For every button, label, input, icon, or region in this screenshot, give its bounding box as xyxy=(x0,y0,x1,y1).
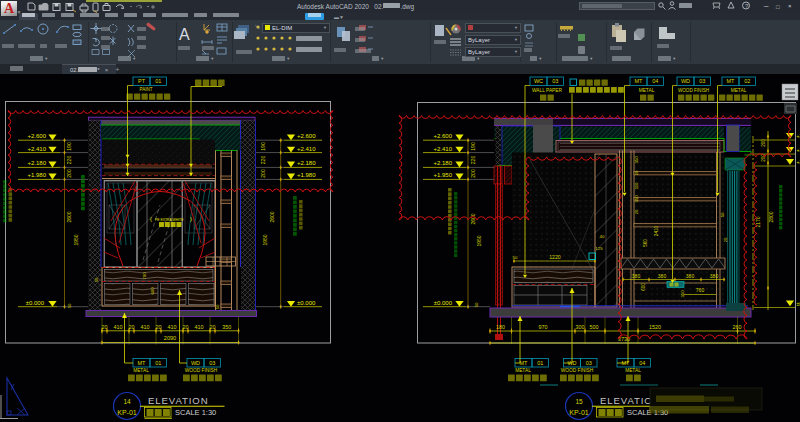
svg-text:+2: +2 xyxy=(797,159,800,165)
svg-text:380: 380 xyxy=(686,273,695,279)
svg-text:20: 20 xyxy=(723,237,728,242)
svg-text:MT: MT xyxy=(520,360,529,366)
svg-text:1950: 1950 xyxy=(73,234,79,245)
svg-text:+1.980: +1.980 xyxy=(27,172,46,178)
svg-text:MT: MT xyxy=(138,360,147,366)
svg-text:50: 50 xyxy=(513,255,518,260)
svg-text:200: 200 xyxy=(470,169,476,178)
svg-text:180: 180 xyxy=(496,324,505,330)
svg-text:WD: WD xyxy=(681,78,690,84)
svg-text:MT: MT xyxy=(635,78,644,84)
svg-text:03: 03 xyxy=(699,78,705,84)
svg-text:760: 760 xyxy=(696,287,705,293)
svg-text:+2.600: +2.600 xyxy=(27,133,46,139)
svg-text:±0.000: ±0.000 xyxy=(26,300,45,306)
svg-text:03: 03 xyxy=(586,360,592,366)
svg-text:970: 970 xyxy=(539,324,548,330)
svg-text:50: 50 xyxy=(474,302,479,307)
svg-text:+1.950: +1.950 xyxy=(433,172,452,178)
svg-text:01: 01 xyxy=(537,360,543,366)
svg-text:METAL: METAL xyxy=(625,368,641,373)
svg-text:410: 410 xyxy=(195,324,204,330)
svg-text:±0.000: ±0.000 xyxy=(434,300,453,306)
svg-text:±0: ±0 xyxy=(797,301,800,307)
svg-text:2600: 2600 xyxy=(269,211,275,222)
svg-text:190: 190 xyxy=(260,142,266,151)
svg-text:+2: +2 xyxy=(797,133,800,139)
svg-text:WOOD FINISH: WOOD FINISH xyxy=(185,368,218,373)
svg-text:02: 02 xyxy=(744,78,750,84)
svg-text:200: 200 xyxy=(260,169,266,178)
svg-text:200: 200 xyxy=(66,169,72,178)
svg-text:+2.600: +2.600 xyxy=(433,133,452,139)
svg-text:50: 50 xyxy=(720,212,725,217)
svg-text:20: 20 xyxy=(634,209,639,214)
svg-text:WOOD FINISH: WOOD FINISH xyxy=(561,368,594,373)
svg-text:±0.000: ±0.000 xyxy=(297,300,316,306)
svg-text:PT: PT xyxy=(138,78,146,84)
svg-text:125: 125 xyxy=(595,246,603,251)
svg-text:+2: +2 xyxy=(797,147,800,153)
svg-text:METAL: METAL xyxy=(731,88,747,93)
svg-text:600: 600 xyxy=(150,287,155,295)
svg-text:220: 220 xyxy=(470,156,476,165)
svg-text:410: 410 xyxy=(168,324,177,330)
svg-text:700: 700 xyxy=(142,272,147,280)
svg-text:410: 410 xyxy=(114,324,123,330)
svg-text:20: 20 xyxy=(210,324,216,330)
svg-text:110: 110 xyxy=(634,182,639,189)
svg-text:WC: WC xyxy=(534,78,543,84)
svg-text:+2.600: +2.600 xyxy=(297,133,316,139)
svg-text:+2.180: +2.180 xyxy=(27,160,46,166)
svg-text:220: 220 xyxy=(66,156,72,165)
svg-text:350: 350 xyxy=(680,290,685,298)
svg-text:350: 350 xyxy=(634,156,639,164)
svg-text:ELEVATION: ELEVATION xyxy=(148,395,209,406)
svg-text:+2.410: +2.410 xyxy=(433,146,452,152)
svg-text:PAINT: PAINT xyxy=(139,87,152,92)
svg-text:WD: WD xyxy=(191,360,200,366)
svg-text:20: 20 xyxy=(102,324,108,330)
svg-text:METAL: METAL xyxy=(515,368,531,373)
svg-text:560: 560 xyxy=(643,239,648,247)
svg-text:01: 01 xyxy=(155,360,161,366)
svg-text:190: 190 xyxy=(470,142,476,151)
svg-text:03: 03 xyxy=(209,360,215,366)
svg-text:KP-01: KP-01 xyxy=(117,409,137,416)
svg-text:15: 15 xyxy=(575,398,583,405)
svg-text:PE EXTRA WHITE: PE EXTRA WHITE xyxy=(155,218,184,222)
svg-text:1950: 1950 xyxy=(476,235,482,246)
svg-text:): ) xyxy=(190,216,192,222)
svg-text:500: 500 xyxy=(590,324,599,330)
svg-text:20: 20 xyxy=(129,324,135,330)
svg-text:+2.180: +2.180 xyxy=(297,160,316,166)
svg-text:260: 260 xyxy=(733,324,742,330)
svg-text:WALL PAPER: WALL PAPER xyxy=(532,88,562,93)
svg-text:1520: 1520 xyxy=(649,324,661,330)
svg-text:SCALE 1:30: SCALE 1:30 xyxy=(175,408,216,417)
svg-text:A: A xyxy=(179,26,190,43)
svg-text:+2.410: +2.410 xyxy=(27,146,46,152)
svg-text:20: 20 xyxy=(156,324,162,330)
svg-text:04: 04 xyxy=(639,360,645,366)
svg-text:40: 40 xyxy=(600,234,605,239)
svg-text:METAL: METAL xyxy=(133,368,149,373)
svg-text:04: 04 xyxy=(652,78,658,84)
svg-text:+1.980: +1.980 xyxy=(297,172,316,178)
svg-text:(: ( xyxy=(150,216,152,222)
svg-text:380: 380 xyxy=(632,273,641,279)
svg-text:20: 20 xyxy=(183,324,189,330)
svg-text:METAL: METAL xyxy=(639,88,655,93)
svg-text:+2.180: +2.180 xyxy=(433,160,452,166)
svg-text:2600: 2600 xyxy=(470,213,476,224)
svg-text:2600: 2600 xyxy=(66,211,72,222)
svg-text:350: 350 xyxy=(222,324,231,330)
svg-text:50: 50 xyxy=(215,304,220,309)
svg-text:2410: 2410 xyxy=(654,225,659,236)
svg-text:KP-01: KP-01 xyxy=(569,409,589,416)
svg-text:380: 380 xyxy=(710,273,719,279)
svg-text:1950: 1950 xyxy=(262,234,268,245)
svg-text:410: 410 xyxy=(141,324,150,330)
svg-text:01: 01 xyxy=(155,78,161,84)
svg-text:300: 300 xyxy=(576,324,585,330)
